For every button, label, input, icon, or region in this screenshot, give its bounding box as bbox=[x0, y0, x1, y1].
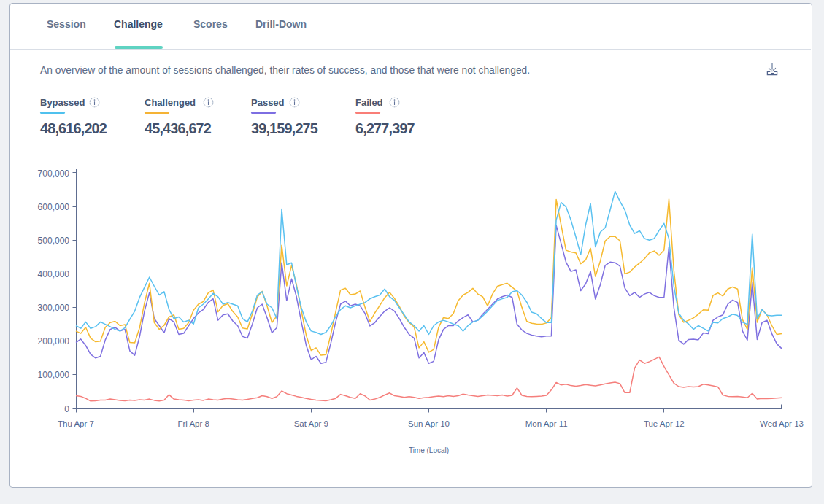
svg-text:500,000: 500,000 bbox=[38, 236, 70, 246]
svg-text:600,000: 600,000 bbox=[38, 202, 70, 212]
svg-text:400,000: 400,000 bbox=[38, 269, 70, 279]
svg-text:Tue Apr 12: Tue Apr 12 bbox=[644, 419, 685, 428]
svg-text:300,000: 300,000 bbox=[38, 303, 70, 313]
svg-text:100,000: 100,000 bbox=[38, 370, 70, 380]
svg-text:Mon Apr 11: Mon Apr 11 bbox=[525, 419, 568, 428]
svg-text:0: 0 bbox=[64, 404, 69, 414]
svg-text:200,000: 200,000 bbox=[38, 336, 70, 346]
svg-text:Sun Apr 10: Sun Apr 10 bbox=[408, 419, 450, 428]
svg-text:Sat Apr 9: Sat Apr 9 bbox=[294, 419, 328, 428]
svg-text:Fri Apr 8: Fri Apr 8 bbox=[177, 419, 209, 428]
svg-text:700,000: 700,000 bbox=[38, 168, 70, 179]
svg-text:Thu Apr 7: Thu Apr 7 bbox=[58, 419, 94, 428]
svg-text:Time (Local): Time (Local) bbox=[409, 446, 449, 454]
svg-text:Wed Apr 13: Wed Apr 13 bbox=[760, 419, 804, 428]
